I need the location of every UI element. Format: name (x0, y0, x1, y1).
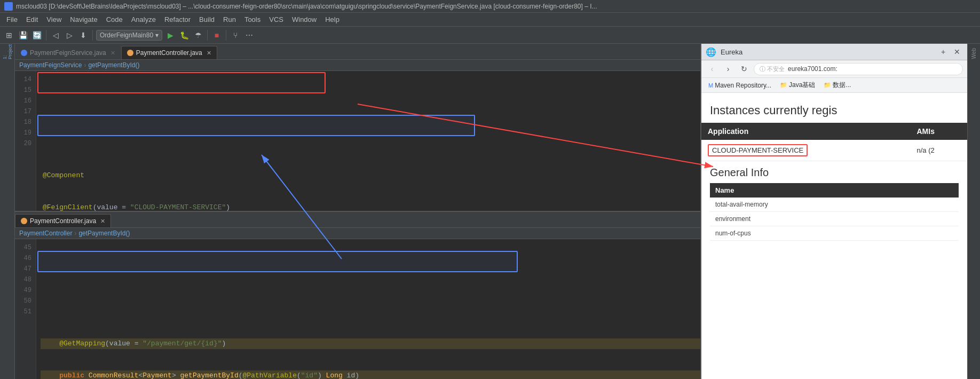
table-row-cloud-payment: CLOUD-PAYMENT-SERVICE n/a (2 (701, 140, 967, 161)
toolbar-debug-btn[interactable]: 🐛 (178, 29, 190, 41)
info-row-cpus: num-of-cpus (710, 226, 959, 241)
bookmark-maven-icon: M (708, 82, 713, 89)
editor-bottom: PaymentController.java ✕ PaymentControll… (15, 212, 700, 379)
tab-payment-feign-service[interactable]: PaymentFeignService.java ✕ (15, 46, 121, 59)
ln-14: 14 (15, 74, 36, 85)
code-content-bottom: @GetMapping(value = "/payment/get/{id}")… (36, 239, 700, 379)
code-scroll-bottom[interactable]: 45 46 47 48 49 50 51 @GetMapping(value =… (15, 239, 700, 379)
sidebar-project-icon[interactable]: 1: Project (2, 46, 13, 58)
browser-content[interactable]: Instances currently regis Application AM… (701, 93, 967, 379)
toolbar-project-icon[interactable]: ⊞ (3, 29, 15, 41)
left-sidebar: 1: Project (0, 44, 15, 379)
bookmark-java-icon: 📁 (780, 82, 787, 89)
title-bar: mscloud03 [D:\devSoft\JetBrains\IdeaProj… (0, 0, 980, 13)
menu-window[interactable]: Window (288, 13, 321, 26)
toolbar-back-icon[interactable]: ◁ (50, 29, 61, 41)
ln-15: 15 (15, 85, 36, 96)
amis-cell: n/a (2 (911, 140, 968, 161)
bookmark-java[interactable]: 📁 Java基础 (777, 80, 818, 91)
blue-box-getmapping-bottom (37, 251, 518, 272)
browser-refresh-btn[interactable]: ↻ (738, 62, 750, 75)
line-numbers-top: 14 15 16 17 18 19 20 (15, 71, 36, 211)
menu-bar: File Edit View Navigate Code Analyze Ref… (0, 13, 980, 27)
info-environment: environment (710, 212, 959, 226)
line-numbers-bottom: 45 46 47 48 49 50 51 (15, 239, 36, 379)
bookmark-data[interactable]: 📁 数据... (821, 80, 853, 91)
browser-address-bar[interactable]: ⓘ 不安全 eureka7001.com: (754, 63, 963, 75)
ln-50: 50 (15, 296, 36, 306)
code-line-46: @GetMapping(value = "/payment/get/{id}") (41, 338, 700, 349)
menu-view[interactable]: View (42, 13, 66, 26)
service-name-cell: CLOUD-PAYMENT-SERVICE (701, 140, 911, 161)
class-icon-bottom (21, 218, 27, 224)
toolbar-stop-btn[interactable]: ■ (211, 29, 223, 41)
menu-tools[interactable]: Tools (240, 13, 265, 26)
toolbar-forward-icon[interactable]: ▷ (64, 29, 75, 41)
tab-close-controller-top[interactable]: ✕ (207, 50, 211, 57)
info-row-environment: environment (710, 212, 959, 226)
menu-file[interactable]: File (2, 13, 22, 26)
code-line-47: public CommonResult<Payment> getPaymentB… (41, 370, 700, 379)
browser-add-tab-btn[interactable]: + (937, 46, 949, 58)
menu-vcs[interactable]: VCS (265, 13, 288, 26)
info-row-memory: total-avail-memory (710, 198, 959, 212)
code-scroll-top[interactable]: 14 15 16 17 18 19 20 @Component (15, 71, 700, 211)
menu-run[interactable]: Run (219, 13, 240, 26)
browser-forward-btn[interactable]: › (722, 62, 734, 75)
ln-46: 46 (15, 253, 36, 264)
menu-analyze[interactable]: Analyze (127, 13, 160, 26)
info-memory: total-avail-memory (710, 198, 959, 212)
ln-45: 45 (15, 242, 36, 253)
menu-code[interactable]: Code (102, 13, 127, 26)
toolbar-separator-4 (226, 30, 226, 41)
breadcrumb-class-top[interactable]: PaymentFeignService (19, 61, 82, 69)
browser-toolbar: ‹ › ↻ ⓘ 不安全 eureka7001.com: (701, 60, 967, 78)
menu-edit[interactable]: Edit (22, 13, 42, 26)
toolbar-nav-icon[interactable]: ⬇ (77, 29, 89, 41)
menu-build[interactable]: Build (195, 13, 219, 26)
ln-17: 17 (15, 106, 36, 117)
tab-payment-controller-bottom[interactable]: PaymentController.java ✕ (15, 214, 111, 227)
breadcrumb-method-top[interactable]: getPaymentById() (88, 61, 139, 69)
col-application: Application (701, 123, 911, 140)
toolbar-sync-icon[interactable]: 🔄 (31, 29, 43, 41)
ln-47: 47 (15, 264, 36, 274)
toolbar-run-config[interactable]: OrderFeignMain80 ▾ (96, 30, 162, 41)
general-info-section: General Info Name total-avail-memory env… (701, 161, 967, 246)
address-text: eureka7001.com: (788, 65, 837, 73)
toolbar-run-btn[interactable]: ▶ (164, 29, 176, 41)
class-icon-top (127, 50, 133, 56)
ln-51: 51 (15, 306, 36, 317)
interface-icon (21, 50, 27, 56)
code-area-bottom: 45 46 47 48 49 50 51 @GetMapping(value =… (15, 239, 700, 379)
toolbar-git-icon[interactable]: ⑂ (230, 29, 241, 41)
toolbar-more-icon[interactable]: ⋯ (243, 29, 255, 41)
info-header-row: Name (710, 183, 959, 198)
bookmark-maven[interactable]: M Maven Repository... (706, 81, 774, 90)
menu-refactor[interactable]: Refactor (160, 13, 195, 26)
bookmark-maven-label: Maven Repository... (715, 82, 771, 89)
main-area: 1: Project PaymentFeignService.java ✕ Pa… (0, 44, 980, 379)
ln-20: 20 (15, 138, 36, 149)
info-col-name: Name (710, 183, 959, 198)
browser-back-btn[interactable]: ‹ (706, 62, 718, 75)
editor-tabs-top: PaymentFeignService.java ✕ PaymentContro… (15, 44, 700, 60)
breadcrumb-sep-bottom: › (74, 230, 76, 237)
browser-close-btn[interactable]: ✕ (951, 46, 963, 58)
ln-16: 16 (15, 96, 36, 106)
menu-navigate[interactable]: Navigate (66, 13, 101, 26)
browser-bookmarks-bar: M Maven Repository... 📁 Java基础 📁 数据... (701, 78, 967, 93)
sidebar-web-label[interactable]: Web (970, 46, 978, 61)
tab-close-controller-bottom[interactable]: ✕ (100, 218, 105, 225)
code-content-top: @Component @FeignClient(value = "CLOUD-P… (36, 71, 700, 211)
breadcrumb-class-bottom[interactable]: PaymentController (19, 230, 72, 237)
code-line-15: @FeignClient(value = "CLOUD-PAYMENT-SERV… (41, 202, 700, 211)
breadcrumb-method-bottom[interactable]: getPaymentById() (78, 230, 130, 237)
toolbar-save-icon[interactable]: 💾 (17, 29, 29, 41)
ln-48: 48 (15, 274, 36, 285)
tab-close-feign[interactable]: ✕ (110, 50, 115, 57)
tab-payment-controller-top[interactable]: PaymentController.java ✕ (121, 46, 217, 59)
toolbar-coverage-btn[interactable]: ☂ (192, 29, 204, 41)
menu-help[interactable]: Help (321, 13, 344, 26)
general-info-table: Name total-avail-memory environment num-… (710, 183, 959, 241)
